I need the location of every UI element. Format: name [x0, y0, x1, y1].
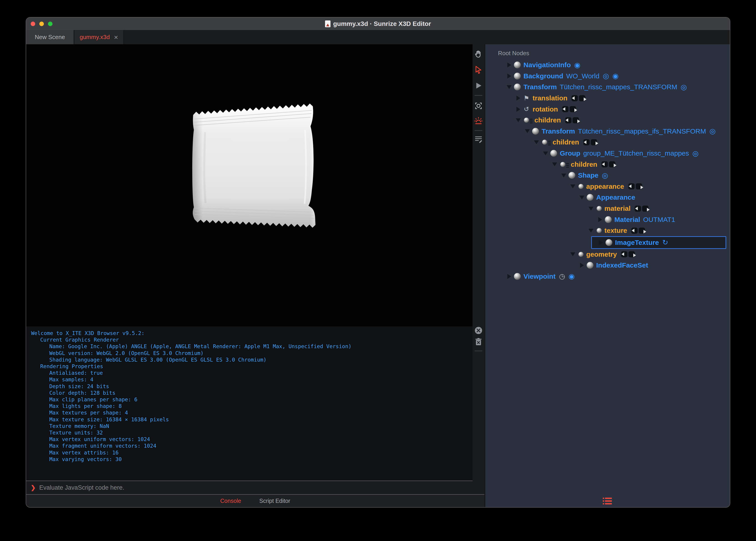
- route-icons[interactable]: [562, 106, 576, 112]
- route-icons[interactable]: [628, 183, 642, 190]
- console-line: WebGL version: WebGL 2.0 (OpenGL ES 3.0 …: [29, 350, 473, 356]
- headlight-sun-icon[interactable]: [474, 117, 483, 125]
- snapshot-camera-icon[interactable]: [474, 102, 483, 110]
- collapse-arrow-icon[interactable]: [516, 118, 521, 122]
- node-def-name: OUTMAT1: [643, 216, 675, 224]
- refresh-icon[interactable]: ↻: [662, 239, 668, 246]
- pan-hand-icon[interactable]: [474, 50, 483, 58]
- collapse-arrow-icon[interactable]: [543, 152, 548, 155]
- package-3d-model: [191, 100, 328, 273]
- collapse-arrow-icon[interactable]: [588, 207, 593, 211]
- route-icons[interactable]: [601, 161, 615, 167]
- collapse-arrow-icon[interactable]: [552, 162, 557, 166]
- console-tab[interactable]: Console: [220, 498, 241, 504]
- tab-label: gummy.x3d: [80, 34, 110, 41]
- play-icon[interactable]: [474, 81, 483, 90]
- eye-icon[interactable]: ◎: [603, 72, 609, 80]
- document-icon: [325, 20, 330, 27]
- tree-row-translation[interactable]: ⚑translation: [485, 93, 730, 104]
- bind-icon[interactable]: ◉: [568, 273, 575, 280]
- console-log[interactable]: Welcome to X_ITE X3D Browser v9.5.2:Curr…: [26, 326, 473, 481]
- tree-row-background[interactable]: BackgroundWO_World◎◉: [485, 71, 730, 82]
- expand-arrow-icon[interactable]: [516, 107, 520, 112]
- tree-row-children[interactable]: children: [485, 137, 730, 148]
- console-line: Max samples: 4: [29, 376, 473, 383]
- script-editor-icon[interactable]: [474, 135, 483, 143]
- node-sphere-icon: [514, 273, 521, 280]
- expand-arrow-icon[interactable]: [516, 96, 520, 101]
- collapse-arrow-icon[interactable]: [534, 140, 539, 144]
- tree-row-shape[interactable]: Shape◎: [485, 170, 730, 181]
- clear-console-trash-icon[interactable]: [474, 337, 483, 346]
- collapse-arrow-icon[interactable]: [561, 174, 566, 177]
- node-type-name: ImageTexture: [615, 239, 659, 247]
- list-menu-icon[interactable]: [602, 497, 613, 505]
- close-tab-icon[interactable]: ×: [114, 34, 118, 41]
- route-icons[interactable]: [635, 206, 648, 212]
- console-line: Max varying vectors: 30: [29, 456, 473, 463]
- expand-arrow-icon[interactable]: [507, 74, 511, 79]
- bind-icon[interactable]: ◉: [612, 72, 618, 80]
- tree-row-material[interactable]: material: [485, 203, 730, 214]
- clear-console-icon[interactable]: [474, 326, 483, 335]
- console-line: Current Graphics Renderer: [29, 336, 473, 343]
- node-type-name: Background: [523, 72, 563, 80]
- collapse-arrow-icon[interactable]: [570, 252, 575, 256]
- outline-tree[interactable]: Root Nodes NavigationInfo◉BackgroundWO_W…: [485, 44, 730, 495]
- tree-row-texture[interactable]: texture: [485, 225, 730, 236]
- eye-icon[interactable]: ◎: [709, 128, 716, 135]
- console-line: Max textures per shape: 4: [29, 409, 473, 416]
- tree-row-transform[interactable]: TransformTütchen_rissc_mappes_TRANSFORM◎: [485, 82, 730, 93]
- viewport-toolbar: [473, 44, 484, 494]
- console-line: Rendering Properties: [29, 363, 473, 370]
- console-line: Max fragment uniform vectors: 1024: [29, 443, 473, 449]
- tree-row-group[interactable]: Groupgroup_ME_Tütchen_rissc_mappes◎: [485, 148, 730, 159]
- tree-row-navigationinfo[interactable]: NavigationInfo◉: [485, 60, 730, 71]
- node-type-name: translation: [533, 94, 567, 102]
- eye-icon[interactable]: ◎: [692, 150, 698, 157]
- clock-icon[interactable]: ◷: [559, 273, 565, 280]
- eye-icon[interactable]: ◎: [681, 84, 687, 91]
- script-editor-tab[interactable]: Script Editor: [259, 498, 290, 504]
- tree-row-rotation[interactable]: ↺rotation: [485, 104, 730, 115]
- tree-row-viewpoint[interactable]: Viewpoint◷◉: [485, 271, 730, 282]
- node-type-name: IndexedFaceSet: [596, 262, 648, 269]
- route-icons[interactable]: [583, 139, 597, 145]
- collapse-arrow-icon[interactable]: [570, 185, 575, 188]
- route-icons[interactable]: [621, 251, 635, 257]
- collapse-arrow-icon[interactable]: [507, 85, 512, 89]
- select-arrow-icon[interactable]: [474, 65, 483, 74]
- expand-arrow-icon[interactable]: [598, 217, 602, 222]
- window-title: gummy.x3d · Sunrize X3D Editor: [333, 20, 431, 27]
- node-sphere-icon: [587, 194, 593, 201]
- collapse-arrow-icon[interactable]: [525, 129, 530, 133]
- tree-row-geometry[interactable]: geometry: [485, 249, 730, 260]
- viewport-3d[interactable]: [26, 44, 473, 326]
- collapse-arrow-icon[interactable]: [579, 196, 584, 200]
- expand-arrow-icon[interactable]: [580, 263, 584, 268]
- collapse-arrow-icon[interactable]: [588, 229, 593, 233]
- tree-row-imagetexture[interactable]: ImageTexture↻: [591, 236, 726, 249]
- tabbar: New Scene gummy.x3d ×: [26, 30, 730, 44]
- tree-row-transform[interactable]: TransformTütchen_rissc_mappes_ifs_TRANSF…: [485, 126, 730, 137]
- children-field-icon: [522, 117, 534, 123]
- tree-row-material[interactable]: MaterialOUTMAT1: [485, 214, 730, 225]
- tree-row-appearance[interactable]: appearance: [485, 181, 730, 192]
- route-icons[interactable]: [565, 117, 579, 123]
- console-line: Welcome to X_ITE X3D Browser v9.5.2:: [29, 330, 473, 336]
- eye-icon[interactable]: ◎: [602, 172, 608, 179]
- bind-icon[interactable]: ◉: [574, 62, 580, 69]
- tab-gummy-x3d[interactable]: gummy.x3d ×: [74, 30, 124, 44]
- node-type-name: material: [604, 205, 631, 212]
- tree-row-children[interactable]: children: [485, 115, 730, 126]
- tree-row-children[interactable]: children: [485, 159, 730, 170]
- route-icons[interactable]: [571, 95, 585, 101]
- tab-new-scene[interactable]: New Scene: [26, 30, 74, 44]
- tree-row-appearance[interactable]: Appearance: [485, 192, 730, 203]
- expand-arrow-icon[interactable]: [599, 240, 603, 245]
- expand-arrow-icon[interactable]: [507, 62, 511, 67]
- tree-row-indexedfaceset[interactable]: IndexedFaceSet: [485, 260, 730, 271]
- console-prompt[interactable]: ❯ Evaluate JavaScript code here.: [26, 481, 473, 494]
- expand-arrow-icon[interactable]: [507, 274, 511, 279]
- route-icons[interactable]: [631, 228, 645, 234]
